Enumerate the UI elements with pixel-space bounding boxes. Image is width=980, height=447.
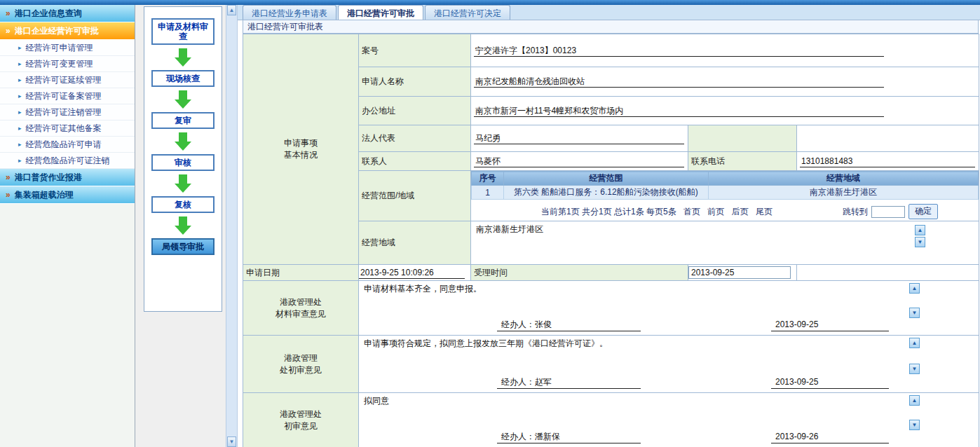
arrow-bullet-icon: ▸ xyxy=(18,44,22,51)
scroll-down-icon[interactable]: ▼ xyxy=(915,237,925,247)
next-page-link[interactable]: 后页 xyxy=(732,207,749,216)
opinion-material-review-label: 港政管理处 材料审查意见 xyxy=(243,281,359,336)
main-content: 港口经营业务申请表 港口经营许可审批 港口经营许可决定 港口经营许可审批表 申请… xyxy=(238,5,980,447)
last-page-link[interactable]: 尾页 xyxy=(756,207,773,216)
textarea-scrollbar[interactable]: ▲ ▼ xyxy=(909,283,920,318)
contact-cell: 马菱怀 xyxy=(471,152,688,171)
flow-step-recheck[interactable]: 复核 xyxy=(151,196,215,213)
case-no-value[interactable]: 宁交港许字【2013】00123 xyxy=(474,45,884,57)
scroll-down-icon[interactable]: ▼ xyxy=(909,308,920,318)
handler-field[interactable]: 经办人：潘新保 xyxy=(497,431,641,443)
textarea-scrollbar[interactable]: ▲ ▼ xyxy=(909,338,920,374)
tab-business-application-form[interactable]: 港口经营业务申请表 xyxy=(243,5,336,20)
workflow-panel: 申请及材料审查 现场核查 复审 审核 复核 局领导审批 xyxy=(144,6,222,312)
scope-col-area-header: 经营地域 xyxy=(709,172,979,186)
page-number-input[interactable] xyxy=(871,206,905,218)
menu-arrows-icon: » xyxy=(6,26,11,36)
apply-date-value[interactable]: 2013-9-25 10:09:26 xyxy=(359,267,465,279)
sidebar-nav: » 港口企业信息查询 » 港口企业经营许可审批 ▸ 经营许可申请管理 ▸ 经营许… xyxy=(0,5,135,447)
menu-arrows-icon: » xyxy=(6,8,11,18)
sidebar-item-dangerous-goods-application[interactable]: ▸ 经营危险品许可申请 xyxy=(0,137,135,153)
textarea-scrollbar[interactable]: ▲ ▼ xyxy=(915,225,925,247)
empty-green-cell xyxy=(688,125,797,152)
sidebar-item-license-approval[interactable]: » 港口企业经营许可审批 xyxy=(0,22,135,40)
arrow-bullet-icon: ▸ xyxy=(18,157,22,164)
textarea-scrollbar[interactable]: ▲ ▼ xyxy=(909,395,920,430)
menu-arrows-icon: » xyxy=(6,190,11,200)
flow-step-material-review[interactable]: 申请及材料审查 xyxy=(151,18,215,45)
scroll-down-icon[interactable]: ▼ xyxy=(227,436,236,447)
pagination-summary: 当前第1页 共分1页 总计1条 每页5条 xyxy=(541,207,676,216)
scroll-up-icon[interactable]: ▲ xyxy=(909,338,920,348)
handler-field[interactable]: 经办人：赵军 xyxy=(497,376,641,389)
opinion-first-review-cell: 申请事项符合规定，拟同意上报发放三年期《港口经营许可证》。 经办人：赵军 201… xyxy=(359,336,979,393)
scope-row-area: 南京港新生圩港区 xyxy=(709,186,979,200)
approval-form-table: 申请事项 基本情况 案号 宁交港许字【2013】00123 申请人名称 南京纪发… xyxy=(243,34,979,447)
scroll-down-icon[interactable]: ▼ xyxy=(909,420,920,430)
sidebar-item-cargo-operation-report[interactable]: » 港口普货作业报港 xyxy=(0,169,135,186)
scroll-up-icon[interactable]: ▲ xyxy=(915,225,925,235)
opinion-first-review-label: 港政管理 处初审意见 xyxy=(243,336,359,393)
scope-table-cell: 序号 经营范围 经营地域 1 第六类 船舶港口服务：6.12船舶污染物接收(船舶… xyxy=(471,171,979,221)
scroll-up-icon[interactable]: ▲ xyxy=(909,283,920,294)
sidebar-item-container-overload[interactable]: » 集装箱超载治理 xyxy=(0,186,135,204)
opinion-footer: 经办人：赵军 2013-09-25 xyxy=(359,376,979,392)
sidebar-item-license-renewal-mgmt[interactable]: ▸ 经营许可证延续管理 xyxy=(0,72,135,88)
scroll-up-icon[interactable]: ▲ xyxy=(227,5,236,15)
sidebar-item-license-filing-mgmt[interactable]: ▸ 经营许可证备案管理 xyxy=(0,88,135,104)
arrow-bullet-icon: ▸ xyxy=(18,109,22,116)
section-label: 申请事项 基本情况 xyxy=(243,34,359,265)
down-arrow-icon xyxy=(175,216,191,235)
opinion-content[interactable]: 申请事项符合规定，拟同意上报发放三年期《港口经营许可证》。 xyxy=(359,336,979,376)
flow-step-leader-approval[interactable]: 局领导审批 xyxy=(151,238,215,255)
sidebar-item-dangerous-goods-cancel[interactable]: ▸ 经营危险品许可证注销 xyxy=(0,153,135,169)
sidebar-item-label: 经营许可申请管理 xyxy=(26,42,93,54)
scope-table: 序号 经营范围 经营地域 1 第六类 船舶港口服务：6.12船舶污染物接收(船舶… xyxy=(471,171,979,200)
case-no-label: 案号 xyxy=(359,34,471,67)
phone-cell: 13101881483 xyxy=(797,152,979,171)
handler-date-field[interactable]: 2013-09-26 xyxy=(771,431,889,443)
sidebar-item-label: 经营许可变更管理 xyxy=(26,58,93,70)
handler-date-field[interactable]: 2013-09-25 xyxy=(771,376,889,389)
flow-step-site-inspection[interactable]: 现场核查 xyxy=(151,70,215,87)
tab-license-decision[interactable]: 港口经营许可决定 xyxy=(425,5,510,20)
jump-to-label: 跳转到 xyxy=(843,206,868,218)
first-page-link[interactable]: 首页 xyxy=(683,207,700,216)
scroll-down-icon[interactable]: ▼ xyxy=(909,364,920,374)
opinion-material-review-cell: 申请材料基本齐全，同意申报。 经办人：张俊 2013-09-25 ▲ ▼ xyxy=(359,281,979,336)
opinion-content[interactable]: 拟同意 xyxy=(359,393,979,431)
phone-value[interactable]: 13101881483 xyxy=(800,156,975,167)
confirm-button[interactable]: 确定 xyxy=(908,204,938,219)
sidebar-item-label: 集装箱超载治理 xyxy=(15,189,74,201)
flow-step-re-review[interactable]: 复审 xyxy=(151,112,215,129)
area-value[interactable]: 南京港新生圩港区 xyxy=(471,221,979,238)
scroll-up-icon[interactable]: ▲ xyxy=(909,395,920,406)
handler-date-field[interactable]: 2013-09-25 xyxy=(771,319,889,331)
scope-row-scope: 第六类 船舶港口服务：6.12船舶污染物接收(船舶) xyxy=(504,186,709,200)
accept-time-value[interactable]: 2013-09-25 xyxy=(688,266,791,279)
contact-value[interactable]: 马菱怀 xyxy=(474,156,684,167)
arrow-bullet-icon: ▸ xyxy=(18,60,22,67)
office-address-value[interactable]: 南京市新河一村11号4幢郑和农贸市场内 xyxy=(474,105,884,117)
sidebar-item-license-other-filing[interactable]: ▸ 经营许可证其他备案 xyxy=(0,121,135,137)
prev-page-link[interactable]: 前页 xyxy=(707,207,724,216)
pagination-bar: 当前第1页 共分1页 总计1条 每页5条 首页 前页 后页 尾页 跳转到 确定 xyxy=(471,200,979,221)
sidebar-item-license-cancel-mgmt[interactable]: ▸ 经营许可证注销管理 xyxy=(0,104,135,121)
sidebar-item-license-application-mgmt[interactable]: ▸ 经营许可申请管理 xyxy=(0,40,135,56)
handler-field[interactable]: 经办人：张俊 xyxy=(497,319,641,331)
accept-time-cell: 2013-09-25 xyxy=(688,265,797,281)
flow-step-audit[interactable]: 审核 xyxy=(151,154,215,171)
opinion-content[interactable]: 申请材料基本齐全，同意申报。 xyxy=(359,281,979,319)
sidebar-item-license-change-mgmt[interactable]: ▸ 经营许可变更管理 xyxy=(0,56,135,72)
opinion-footer: 经办人：潘新保 2013-09-26 xyxy=(359,431,979,446)
opinion-second-review-cell: 拟同意 经办人：潘新保 2013-09-26 ▲ ▼ xyxy=(359,393,979,447)
tab-license-approval[interactable]: 港口经营许可审批 xyxy=(338,5,423,20)
applicant-value[interactable]: 南京纪发船舶清仓残油回收站 xyxy=(474,76,884,88)
sidebar-item-enterprise-info-query[interactable]: » 港口企业信息查询 xyxy=(0,5,135,22)
case-no-cell: 宁交港许字【2013】00123 xyxy=(471,34,979,67)
legal-rep-value[interactable]: 马纪勇 xyxy=(474,132,684,144)
application-window: » 港口企业信息查询 » 港口企业经营许可审批 ▸ 经营许可申请管理 ▸ 经营许… xyxy=(0,0,980,447)
contact-label: 联系人 xyxy=(359,152,471,171)
down-arrow-icon xyxy=(175,132,191,151)
vertical-scrollbar[interactable]: ▲ ▼ xyxy=(226,5,238,447)
